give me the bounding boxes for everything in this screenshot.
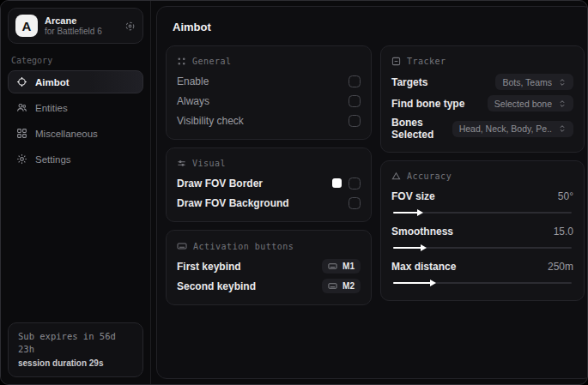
general-card: General Enable Always Visibility check	[166, 45, 372, 140]
setting-row-second-keybind: Second keybind M2	[177, 276, 361, 296]
setting-label: Max distance	[391, 261, 456, 273]
slider-thumb[interactable]	[430, 280, 436, 286]
fov-size-slider-group: FOV size 50°	[391, 186, 573, 214]
sidebar: A Arcane for Battlefield 6 Category Aimb…	[1, 1, 151, 384]
second-keybind-button[interactable]: M2	[322, 279, 361, 293]
slider-thumb[interactable]	[417, 209, 423, 216]
subscription-status-card: Sub expires in 56d 23h session duration …	[8, 322, 143, 378]
sidebar-item-settings[interactable]: Settings	[8, 147, 143, 171]
visual-card: Visual Draw FOV Border Draw FOV Backgrou…	[166, 147, 372, 222]
sidebar-item-miscellaneous[interactable]: Miscellaneous	[8, 122, 143, 145]
draw-fov-background-checkbox[interactable]	[349, 197, 361, 209]
smoothness-slider-group: Smoothness 15.0	[391, 221, 573, 249]
entities-icon	[16, 102, 27, 113]
card-title: Activation buttons	[193, 242, 294, 251]
setting-label: Smoothness	[391, 226, 453, 238]
page-title: Aimbot	[173, 21, 585, 33]
sidebar-item-label: Settings	[35, 154, 71, 165]
sidebar-item-label: Entities	[35, 103, 68, 113]
max-distance-slider-group: Max distance 250m	[391, 256, 573, 284]
app-logo: A	[15, 15, 38, 37]
tracker-card: Tracker Targets Bots, Teams	[380, 45, 585, 153]
app-window: A Arcane for Battlefield 6 Category Aimb…	[0, 0, 588, 385]
category-label: Category	[11, 56, 140, 65]
chevron-up-down-icon	[558, 124, 567, 133]
slider-thumb[interactable]	[421, 244, 427, 251]
setting-label: FOV size	[391, 190, 435, 202]
crosshair-target-icon[interactable]	[124, 21, 136, 32]
select-value: Selected bone	[494, 99, 552, 109]
setting-row-draw-fov-background: Draw FOV Background	[177, 193, 361, 213]
setting-label: Find bone type	[391, 98, 464, 110]
frame-minus-icon	[391, 57, 401, 66]
sidebar-item-label: Aimbot	[35, 77, 70, 87]
fov-size-slider[interactable]	[393, 212, 572, 214]
setting-row-always: Always	[177, 91, 361, 111]
setting-row-visibility-check: Visibility check	[177, 111, 361, 130]
select-value: Bots, Teams	[502, 77, 552, 87]
keyboard-icon	[328, 262, 337, 271]
activation-buttons-card: Activation buttons First keybind M1	[166, 230, 372, 305]
card-title: Accuracy	[407, 171, 452, 181]
card-title: Visual	[192, 159, 226, 168]
slider-value: 250m	[548, 261, 573, 273]
bones-selected-select[interactable]: Head, Neck, Body, Pe..	[452, 121, 573, 137]
triangle-icon	[391, 171, 401, 181]
keybind-value: M2	[342, 281, 355, 291]
card-title: General	[192, 57, 232, 66]
dashboard-icon	[177, 57, 186, 66]
targets-select[interactable]: Bots, Teams	[495, 74, 573, 90]
card-title: Tracker	[407, 57, 446, 66]
chevron-up-down-icon	[558, 78, 567, 87]
setting-label: Draw FOV Border	[177, 177, 263, 189]
visibility-check-checkbox[interactable]	[349, 115, 361, 127]
slider-value: 15.0	[554, 226, 573, 238]
grid-icon	[16, 128, 27, 139]
logo-card: A Arcane for Battlefield 6	[8, 8, 143, 44]
slider-value: 50°	[558, 190, 573, 202]
smoothness-slider[interactable]	[393, 247, 572, 249]
setting-label: Targets	[391, 76, 427, 88]
always-checkbox[interactable]	[349, 95, 361, 107]
setting-label: Always	[177, 95, 209, 107]
setting-label: Visibility check	[177, 115, 244, 127]
color-swatch[interactable]	[332, 178, 342, 188]
sidebar-item-entities[interactable]: Entities	[8, 96, 143, 119]
setting-label: Bones Selected	[391, 117, 452, 141]
select-value: Head, Neck, Body, Pe..	[459, 123, 552, 134]
app-name: Arcane	[45, 15, 118, 27]
app-subtitle: for Battlefield 6	[45, 27, 118, 37]
enable-checkbox[interactable]	[349, 75, 361, 87]
setting-label: First keybind	[177, 261, 241, 273]
session-duration-text: session duration 29s	[18, 357, 133, 370]
chevron-up-down-icon	[558, 99, 567, 108]
max-distance-slider[interactable]	[393, 282, 572, 284]
draw-fov-border-checkbox[interactable]	[349, 177, 361, 189]
sub-expiry-text: Sub expires in 56d 23h	[18, 330, 133, 358]
setting-row-enable: Enable	[177, 71, 361, 91]
setting-row-first-keybind: First keybind M1	[177, 256, 361, 276]
sidebar-item-label: Miscellaneous	[35, 129, 98, 139]
keybind-value: M1	[342, 262, 355, 271]
accuracy-card: Accuracy FOV size 50°	[380, 160, 585, 301]
crosshair-icon	[16, 76, 27, 87]
main-panel: Aimbot General	[156, 6, 588, 379]
setting-label: Second keybind	[177, 280, 256, 292]
keyboard-icon	[177, 241, 187, 251]
setting-row-find-bone-type: Find bone type Selected bone	[391, 93, 573, 114]
first-keybind-button[interactable]: M1	[322, 259, 361, 274]
sliders-icon	[177, 159, 186, 168]
setting-row-draw-fov-border: Draw FOV Border	[177, 173, 361, 193]
setting-row-targets: Targets Bots, Teams	[391, 71, 573, 93]
sidebar-item-aimbot[interactable]: Aimbot	[8, 70, 143, 93]
gear-icon	[16, 153, 27, 165]
sidebar-nav: Aimbot Entities Miscellaneous	[8, 70, 143, 171]
setting-label: Enable	[177, 75, 209, 87]
find-bone-type-select[interactable]: Selected bone	[488, 95, 573, 111]
setting-label: Draw FOV Background	[177, 197, 289, 209]
setting-row-bones-selected: Bones Selected Head, Neck, Body, Pe..	[391, 114, 573, 143]
keyboard-icon	[328, 281, 337, 291]
